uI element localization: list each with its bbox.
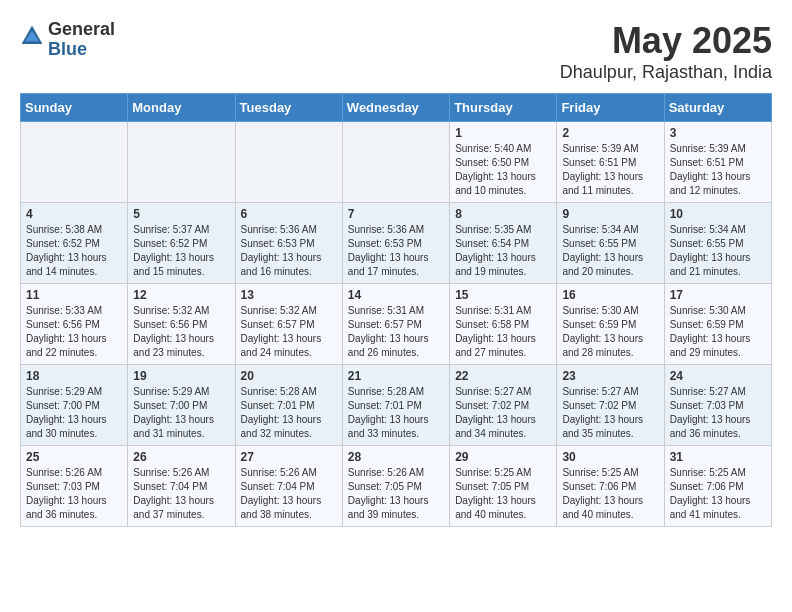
header-monday: Monday (128, 94, 235, 122)
table-cell: 26Sunrise: 5:26 AMSunset: 7:04 PMDayligh… (128, 446, 235, 527)
table-cell: 24Sunrise: 5:27 AMSunset: 7:03 PMDayligh… (664, 365, 771, 446)
day-number: 7 (348, 207, 444, 221)
header-row: SundayMondayTuesdayWednesdayThursdayFrid… (21, 94, 772, 122)
week-row-1: 1Sunrise: 5:40 AMSunset: 6:50 PMDaylight… (21, 122, 772, 203)
table-cell: 21Sunrise: 5:28 AMSunset: 7:01 PMDayligh… (342, 365, 449, 446)
day-info: Sunrise: 5:27 AMSunset: 7:02 PMDaylight:… (562, 385, 658, 441)
day-info: Sunrise: 5:33 AMSunset: 6:56 PMDaylight:… (26, 304, 122, 360)
table-cell: 22Sunrise: 5:27 AMSunset: 7:02 PMDayligh… (450, 365, 557, 446)
day-number: 19 (133, 369, 229, 383)
day-info: Sunrise: 5:26 AMSunset: 7:04 PMDaylight:… (241, 466, 337, 522)
table-cell: 23Sunrise: 5:27 AMSunset: 7:02 PMDayligh… (557, 365, 664, 446)
day-info: Sunrise: 5:31 AMSunset: 6:58 PMDaylight:… (455, 304, 551, 360)
day-info: Sunrise: 5:26 AMSunset: 7:03 PMDaylight:… (26, 466, 122, 522)
table-cell: 9Sunrise: 5:34 AMSunset: 6:55 PMDaylight… (557, 203, 664, 284)
table-cell: 31Sunrise: 5:25 AMSunset: 7:06 PMDayligh… (664, 446, 771, 527)
week-row-5: 25Sunrise: 5:26 AMSunset: 7:03 PMDayligh… (21, 446, 772, 527)
table-cell: 29Sunrise: 5:25 AMSunset: 7:05 PMDayligh… (450, 446, 557, 527)
table-cell: 15Sunrise: 5:31 AMSunset: 6:58 PMDayligh… (450, 284, 557, 365)
logo-text: General Blue (48, 20, 115, 60)
logo-icon (20, 24, 44, 48)
day-number: 21 (348, 369, 444, 383)
month-year: May 2025 (560, 20, 772, 62)
location: Dhaulpur, Rajasthan, India (560, 62, 772, 83)
day-info: Sunrise: 5:37 AMSunset: 6:52 PMDaylight:… (133, 223, 229, 279)
day-info: Sunrise: 5:29 AMSunset: 7:00 PMDaylight:… (133, 385, 229, 441)
table-cell: 12Sunrise: 5:32 AMSunset: 6:56 PMDayligh… (128, 284, 235, 365)
table-cell: 28Sunrise: 5:26 AMSunset: 7:05 PMDayligh… (342, 446, 449, 527)
day-info: Sunrise: 5:29 AMSunset: 7:00 PMDaylight:… (26, 385, 122, 441)
table-cell: 6Sunrise: 5:36 AMSunset: 6:53 PMDaylight… (235, 203, 342, 284)
day-number: 4 (26, 207, 122, 221)
table-cell: 27Sunrise: 5:26 AMSunset: 7:04 PMDayligh… (235, 446, 342, 527)
day-number: 10 (670, 207, 766, 221)
day-info: Sunrise: 5:31 AMSunset: 6:57 PMDaylight:… (348, 304, 444, 360)
day-info: Sunrise: 5:32 AMSunset: 6:57 PMDaylight:… (241, 304, 337, 360)
day-number: 1 (455, 126, 551, 140)
day-info: Sunrise: 5:39 AMSunset: 6:51 PMDaylight:… (562, 142, 658, 198)
day-number: 29 (455, 450, 551, 464)
day-number: 8 (455, 207, 551, 221)
day-info: Sunrise: 5:39 AMSunset: 6:51 PMDaylight:… (670, 142, 766, 198)
day-info: Sunrise: 5:27 AMSunset: 7:02 PMDaylight:… (455, 385, 551, 441)
day-info: Sunrise: 5:25 AMSunset: 7:06 PMDaylight:… (562, 466, 658, 522)
header-saturday: Saturday (664, 94, 771, 122)
day-number: 25 (26, 450, 122, 464)
day-info: Sunrise: 5:35 AMSunset: 6:54 PMDaylight:… (455, 223, 551, 279)
table-cell: 4Sunrise: 5:38 AMSunset: 6:52 PMDaylight… (21, 203, 128, 284)
header-tuesday: Tuesday (235, 94, 342, 122)
day-info: Sunrise: 5:30 AMSunset: 6:59 PMDaylight:… (670, 304, 766, 360)
table-cell: 14Sunrise: 5:31 AMSunset: 6:57 PMDayligh… (342, 284, 449, 365)
day-number: 9 (562, 207, 658, 221)
day-info: Sunrise: 5:32 AMSunset: 6:56 PMDaylight:… (133, 304, 229, 360)
day-number: 18 (26, 369, 122, 383)
day-number: 26 (133, 450, 229, 464)
day-info: Sunrise: 5:25 AMSunset: 7:06 PMDaylight:… (670, 466, 766, 522)
calendar-body: 1Sunrise: 5:40 AMSunset: 6:50 PMDaylight… (21, 122, 772, 527)
page-header: General Blue May 2025 Dhaulpur, Rajastha… (20, 20, 772, 83)
table-cell: 13Sunrise: 5:32 AMSunset: 6:57 PMDayligh… (235, 284, 342, 365)
table-cell: 3Sunrise: 5:39 AMSunset: 6:51 PMDaylight… (664, 122, 771, 203)
week-row-4: 18Sunrise: 5:29 AMSunset: 7:00 PMDayligh… (21, 365, 772, 446)
table-cell: 30Sunrise: 5:25 AMSunset: 7:06 PMDayligh… (557, 446, 664, 527)
day-info: Sunrise: 5:40 AMSunset: 6:50 PMDaylight:… (455, 142, 551, 198)
day-number: 11 (26, 288, 122, 302)
header-thursday: Thursday (450, 94, 557, 122)
logo-general: General (48, 20, 115, 40)
logo-blue: Blue (48, 40, 115, 60)
calendar-header: SundayMondayTuesdayWednesdayThursdayFrid… (21, 94, 772, 122)
day-info: Sunrise: 5:34 AMSunset: 6:55 PMDaylight:… (562, 223, 658, 279)
table-cell (235, 122, 342, 203)
day-number: 24 (670, 369, 766, 383)
day-number: 15 (455, 288, 551, 302)
day-number: 13 (241, 288, 337, 302)
table-cell: 20Sunrise: 5:28 AMSunset: 7:01 PMDayligh… (235, 365, 342, 446)
day-info: Sunrise: 5:28 AMSunset: 7:01 PMDaylight:… (241, 385, 337, 441)
day-number: 23 (562, 369, 658, 383)
calendar-table: SundayMondayTuesdayWednesdayThursdayFrid… (20, 93, 772, 527)
table-cell: 7Sunrise: 5:36 AMSunset: 6:53 PMDaylight… (342, 203, 449, 284)
day-number: 17 (670, 288, 766, 302)
table-cell: 16Sunrise: 5:30 AMSunset: 6:59 PMDayligh… (557, 284, 664, 365)
day-number: 31 (670, 450, 766, 464)
header-sunday: Sunday (21, 94, 128, 122)
header-friday: Friday (557, 94, 664, 122)
day-number: 16 (562, 288, 658, 302)
table-cell: 19Sunrise: 5:29 AMSunset: 7:00 PMDayligh… (128, 365, 235, 446)
day-number: 22 (455, 369, 551, 383)
day-number: 20 (241, 369, 337, 383)
table-cell: 25Sunrise: 5:26 AMSunset: 7:03 PMDayligh… (21, 446, 128, 527)
table-cell: 11Sunrise: 5:33 AMSunset: 6:56 PMDayligh… (21, 284, 128, 365)
table-cell: 10Sunrise: 5:34 AMSunset: 6:55 PMDayligh… (664, 203, 771, 284)
day-number: 2 (562, 126, 658, 140)
day-number: 27 (241, 450, 337, 464)
table-cell: 8Sunrise: 5:35 AMSunset: 6:54 PMDaylight… (450, 203, 557, 284)
day-info: Sunrise: 5:26 AMSunset: 7:04 PMDaylight:… (133, 466, 229, 522)
day-number: 12 (133, 288, 229, 302)
day-info: Sunrise: 5:30 AMSunset: 6:59 PMDaylight:… (562, 304, 658, 360)
table-cell (342, 122, 449, 203)
title-block: May 2025 Dhaulpur, Rajasthan, India (560, 20, 772, 83)
day-info: Sunrise: 5:36 AMSunset: 6:53 PMDaylight:… (348, 223, 444, 279)
day-number: 5 (133, 207, 229, 221)
day-info: Sunrise: 5:25 AMSunset: 7:05 PMDaylight:… (455, 466, 551, 522)
